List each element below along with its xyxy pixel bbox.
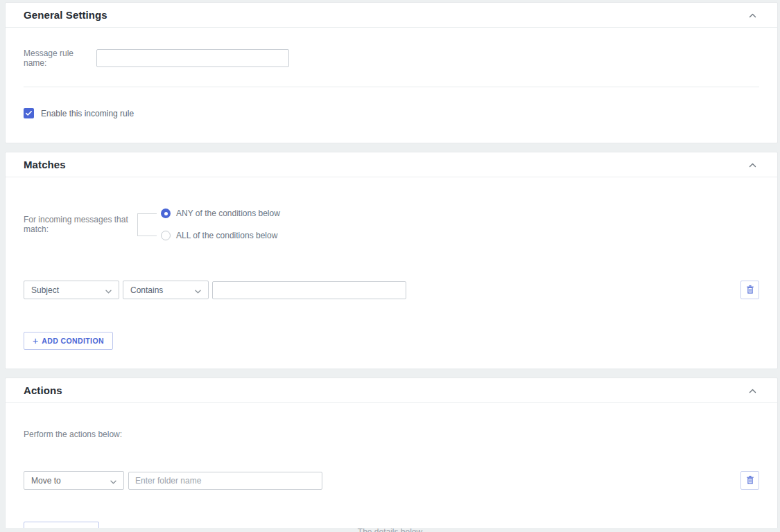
folder-name-input[interactable] [128, 472, 322, 490]
section-title: Actions [24, 384, 62, 396]
section-title: General Settings [24, 9, 107, 21]
match-mode-group: For incoming messages that match: ANY of… [24, 209, 759, 240]
radio-any-label: ANY of the conditions below [176, 209, 290, 218]
rule-name-label: Message rule name: [24, 48, 91, 68]
action-row: Move to [24, 471, 759, 490]
matches-body: For incoming messages that match: ANY of… [6, 177, 777, 369]
condition-row: Subject Contains [24, 281, 759, 299]
checkbox-checked-icon [24, 108, 34, 118]
rule-editor-page: General Settings Message rule name: Enab… [0, 0, 780, 532]
actions-body: Perform the actions below: Move to [6, 403, 777, 532]
trash-icon [746, 285, 754, 296]
section-divider [24, 87, 759, 87]
chevron-down-icon [105, 284, 112, 296]
action-type-select[interactable]: Move to [24, 471, 124, 490]
condition-value-input[interactable] [212, 281, 406, 299]
collapse-toggle-button[interactable] [746, 7, 759, 23]
section-title: Matches [24, 159, 66, 170]
clipped-partial-text: The details below [358, 527, 422, 532]
actions-header: Actions [6, 378, 777, 403]
general-settings-header: General Settings [6, 3, 777, 28]
condition-operator-value: Contains [130, 285, 163, 295]
radio-any-conditions[interactable]: ANY of the conditions below [161, 209, 290, 218]
rule-name-row: Message rule name: [24, 48, 759, 68]
rule-name-input[interactable] [96, 49, 289, 67]
chevron-up-icon [749, 385, 756, 396]
delete-action-button[interactable] [740, 471, 759, 490]
chevron-up-icon [749, 159, 756, 170]
add-condition-button[interactable]: + ADD CONDITION [24, 332, 113, 350]
trash-icon [746, 475, 754, 486]
general-settings-body: Message rule name: Enable this incoming … [6, 28, 777, 143]
condition-operator-select[interactable]: Contains [123, 281, 209, 299]
radio-selected-icon [161, 209, 171, 218]
chevron-up-icon [749, 10, 756, 20]
match-mode-options: ANY of the conditions below ALL of the c… [161, 209, 290, 240]
radio-all-label: ALL of the conditions below [176, 231, 290, 240]
condition-field-select[interactable]: Subject [24, 281, 119, 299]
chevron-down-icon [110, 475, 116, 487]
bracket-connector [137, 209, 161, 240]
matches-header: Matches [6, 152, 777, 177]
perform-actions-label: Perform the actions below: [24, 429, 122, 439]
matches-card: Matches For incoming messages that match… [5, 152, 778, 369]
general-settings-card: General Settings Message rule name: Enab… [5, 2, 778, 143]
collapse-toggle-button[interactable] [746, 382, 759, 398]
plus-icon: + [33, 336, 38, 346]
enable-rule-label: Enable this incoming rule [41, 109, 134, 118]
clipped-bottom-strip: The details below [0, 528, 780, 532]
condition-field-value: Subject [31, 285, 59, 295]
match-mode-label: For incoming messages that match: [24, 215, 137, 234]
delete-condition-button[interactable] [740, 281, 759, 299]
collapse-toggle-button[interactable] [746, 157, 759, 172]
radio-all-conditions[interactable]: ALL of the conditions below [161, 231, 290, 240]
enable-rule-checkbox[interactable]: Enable this incoming rule [24, 108, 759, 118]
actions-card: Actions Perform the actions below: Move … [5, 378, 778, 532]
radio-unselected-icon [161, 231, 171, 240]
action-type-value: Move to [31, 476, 61, 486]
chevron-down-icon [195, 284, 201, 296]
